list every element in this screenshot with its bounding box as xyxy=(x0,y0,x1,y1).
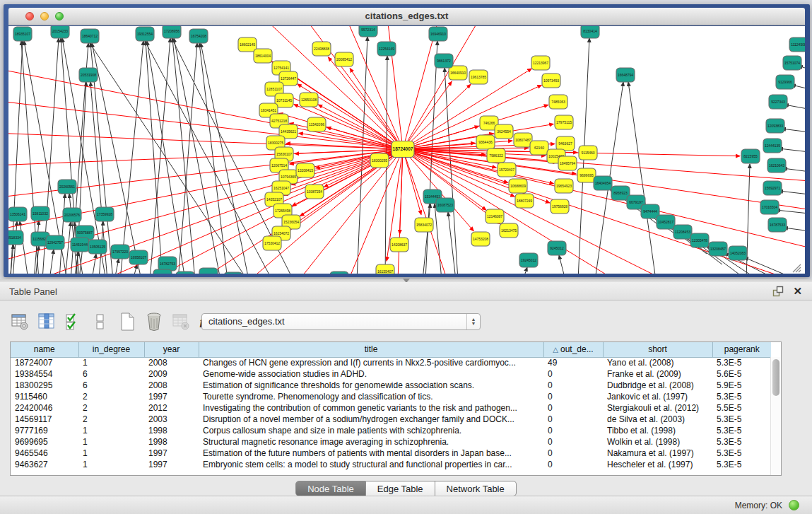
table-cell[interactable]: 5.3E-5 xyxy=(712,414,771,425)
network-node[interactable]: 13208415 xyxy=(296,163,314,177)
network-node[interactable]: 16946910 xyxy=(429,27,447,41)
column-header-in_degree[interactable]: in_degree xyxy=(78,342,144,357)
network-node[interactable]: 9129966 xyxy=(776,75,794,89)
network-node[interactable]: 10807487 xyxy=(514,133,532,147)
network-node[interactable]: 18724007 xyxy=(392,141,414,158)
network-node[interactable]: 13505125 xyxy=(88,240,107,254)
table-cell[interactable]: 5.3E-5 xyxy=(712,459,771,470)
table-cell[interactable]: Tourette syndrome. Phenomenology and cla… xyxy=(199,391,543,402)
network-node[interactable]: 16787533 xyxy=(768,218,787,232)
table-cell[interactable]: 1 xyxy=(78,459,144,470)
network-node[interactable]: 18495794 xyxy=(558,156,577,170)
network-node[interactable]: 12653108 xyxy=(300,93,318,107)
network-node[interactable]: 15811032 xyxy=(31,206,49,221)
network-node[interactable]: 9861372 xyxy=(435,54,453,68)
network-node[interactable]: 19312554 xyxy=(136,27,154,41)
network-node[interactable]: 20206576 xyxy=(63,208,81,222)
network-node[interactable]: 16155407 xyxy=(376,264,394,274)
table-cell[interactable]: Dudbridge et al. (2008) xyxy=(603,380,712,391)
table-cell[interactable]: 9465546 xyxy=(11,448,78,459)
table-cell[interactable]: Stergiakouli et al. (2012) xyxy=(603,402,712,414)
table-row[interactable]: 911546021997Tourette syndrome. Phenomeno… xyxy=(11,391,771,402)
table-row[interactable]: 946362711997Embryonic stem cells: a mode… xyxy=(11,459,771,470)
network-node[interactable]: 11208453 xyxy=(673,225,692,239)
table-cell[interactable]: 18724007 xyxy=(11,357,78,368)
network-node[interactable]: 15751074 xyxy=(783,56,801,70)
table-row[interactable]: 1830029562008Estimation of significance … xyxy=(11,380,771,391)
table-row[interactable]: 946554611997Estimation of the future num… xyxy=(11,448,771,459)
table-cell[interactable]: 2003 xyxy=(144,414,199,425)
network-node[interactable]: 12450187 xyxy=(224,272,242,274)
table-cell[interactable]: 2012 xyxy=(144,402,199,414)
table-cell[interactable]: 0 xyxy=(543,380,603,391)
network-node[interactable]: 16404954 xyxy=(594,176,612,190)
table-cell[interactable]: Yano et al. (2008) xyxy=(603,357,712,368)
resize-grip[interactable] xyxy=(792,263,801,273)
network-node[interactable]: 12305478 xyxy=(690,233,709,247)
table-scrollbar[interactable] xyxy=(770,357,781,475)
network-node[interactable]: 17016504 xyxy=(760,200,779,214)
table-cell[interactable]: 2008 xyxy=(144,357,199,368)
table-row[interactable]: 2242004622012Investigating the contribut… xyxy=(11,402,771,414)
network-node[interactable]: 19756928 xyxy=(551,199,569,214)
table-cell[interactable]: Wolkin et al. (1998) xyxy=(603,436,712,448)
table-cell[interactable]: Structural magnetic resonance image aver… xyxy=(199,436,543,448)
table-cell[interactable]: 0 xyxy=(543,368,603,380)
network-node[interactable]: 11542096 xyxy=(307,117,326,132)
column-header-title[interactable]: title xyxy=(199,342,543,357)
table-cell[interactable]: 0 xyxy=(543,425,603,436)
table-cell[interactable]: 1 xyxy=(78,425,144,436)
memory-status-icon[interactable] xyxy=(789,500,799,510)
table-cell[interactable]: 1 xyxy=(78,448,144,459)
create-column-icon[interactable] xyxy=(117,312,137,332)
network-node[interactable]: 10973493 xyxy=(542,74,560,88)
network-node[interactable]: 20085412 xyxy=(335,52,353,66)
table-cell[interactable]: 9699695 xyxy=(11,436,78,448)
network-node[interactable]: 22408838 xyxy=(312,42,331,56)
select-all-icon[interactable] xyxy=(64,312,83,332)
table-selector-dropdown[interactable]: citations_edges.txt ▲▼ xyxy=(201,313,481,330)
network-node[interactable]: 7485063 xyxy=(549,95,567,109)
delete-column-icon[interactable] xyxy=(144,312,164,332)
network-node[interactable]: 9227343 xyxy=(769,95,787,109)
table-cell[interactable]: 22420046 xyxy=(11,402,78,414)
network-canvas[interactable]: 18602145 18614004 12754141 13726447 1285… xyxy=(8,26,805,274)
table-cell[interactable]: 0 xyxy=(543,436,603,448)
table-cell[interactable]: 9777169 xyxy=(11,425,78,436)
column-header-year[interactable]: year xyxy=(144,342,199,357)
table-cell[interactable]: 1998 xyxy=(144,436,199,448)
table-row[interactable]: 1456911722003Disruption of a novel membe… xyxy=(11,414,771,425)
table-cell[interactable]: Genome-wide association studies in ADHD. xyxy=(199,368,543,380)
network-node[interactable]: 10688609 xyxy=(509,179,527,193)
table-mode-icon[interactable] xyxy=(10,312,30,332)
column-header-short[interactable]: short xyxy=(603,342,712,357)
table-cell[interactable]: Jankovic et al. (1997) xyxy=(603,391,712,402)
table-cell[interactable]: 2008 xyxy=(144,380,199,391)
network-node[interactable]: 18300295 xyxy=(370,153,389,168)
table-cell[interactable]: Investigating the contribution of common… xyxy=(199,402,543,414)
table-row[interactable]: 1938455462009Genome-wide association stu… xyxy=(11,368,771,380)
table-row[interactable]: 977716911998Corpus callosum shape and si… xyxy=(11,425,771,436)
table-cell[interactable]: Estimation of significance thresholds fo… xyxy=(199,380,543,391)
table-cell[interactable]: 5.3E-5 xyxy=(712,391,771,402)
table-cell[interactable]: 5.3E-5 xyxy=(712,425,771,436)
table-cell[interactable]: 1998 xyxy=(144,425,199,436)
network-node[interactable]: 14052083 xyxy=(729,246,747,260)
column-header-out_de[interactable]: △out_de... xyxy=(543,342,603,357)
network-node[interactable]: 17359928 xyxy=(95,207,114,221)
table-cell[interactable]: 5.5E-5 xyxy=(712,402,771,414)
dropdown-stepper-icon[interactable]: ▲▼ xyxy=(466,314,480,329)
network-node[interactable]: 16958107 xyxy=(129,250,148,264)
network-node[interactable]: 17530412 xyxy=(263,236,281,250)
table-cell[interactable]: Changes of HCN gene expression and I(f) … xyxy=(199,357,543,368)
network-node[interactable]: 16754208 xyxy=(189,29,208,43)
network-node[interactable]: 5572314 xyxy=(359,26,377,37)
table-cell[interactable]: 2009 xyxy=(144,368,199,380)
table-cell[interactable]: Estimation of the future numbers of pati… xyxy=(199,448,543,459)
column-header-name[interactable]: name xyxy=(11,342,78,357)
table-cell[interactable]: 0 xyxy=(543,448,603,459)
table-cell[interactable]: 5.3E-5 xyxy=(712,357,771,368)
network-node[interactable]: 3624554 xyxy=(495,124,513,139)
table-cell[interactable]: 5.6E-5 xyxy=(712,368,771,380)
scrollbar-thumb[interactable] xyxy=(772,359,779,396)
